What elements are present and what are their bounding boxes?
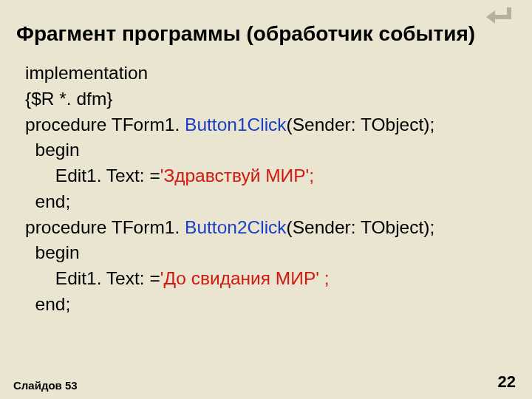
return-icon[interactable] (486, 4, 516, 30)
code-line: begin (25, 240, 517, 266)
slide-count: Слайдов 53 (13, 379, 78, 392)
string-literal: 'До свидания МИР' ; (160, 268, 335, 288)
code-line: procedure TForm1. Button1Click(Sender: T… (25, 112, 517, 138)
code-line: end; (25, 189, 517, 215)
identifier: Button2Click (185, 217, 287, 237)
footer: Слайдов 53 22 (13, 372, 516, 392)
string-literal: 'Здравствуй МИР'; (160, 166, 319, 185)
code-line: {$R *. dfm} (25, 86, 517, 112)
code-block: implementation {$R *. dfm} procedure TFo… (0, 55, 532, 318)
code-line: procedure TForm1. Button2Click(Sender: T… (25, 215, 517, 241)
identifier: Button1Click (185, 115, 287, 134)
code-line: implementation (25, 61, 517, 86)
page-number: 22 (498, 372, 516, 392)
code-line: Edit1. Text: ='Здравствуй МИР'; (25, 163, 517, 189)
slide-title: Фрагмент программы (обработчик события) (0, 0, 532, 55)
code-line: Edit1. Text: ='До свидания МИР' ; (25, 266, 517, 292)
code-line: end; (25, 292, 517, 318)
code-line: begin (25, 137, 517, 163)
